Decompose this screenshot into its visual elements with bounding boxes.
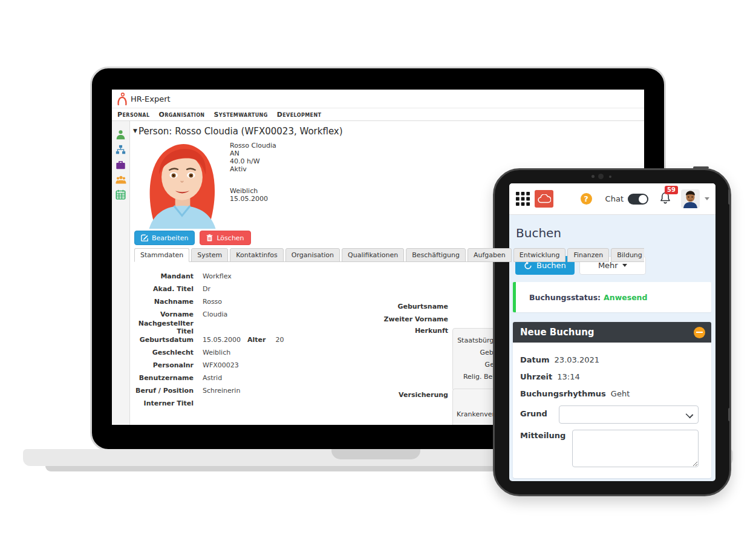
stammdaten-form-left: Mandant Workflex Akad. Titel Dr Nachname… [123, 270, 284, 410]
edit-button-label: Bearbeiten [152, 234, 188, 242]
row-datum: Datum 23.03.2021 [520, 355, 699, 364]
summary-name: Rosso Cloudia [230, 142, 276, 149]
calendar-icon[interactable] [116, 189, 126, 200]
org-chart-icon[interactable] [116, 145, 126, 155]
edit-pencil-icon [141, 234, 148, 241]
form-row-beruf-position: Beruf / Position Schreinerin [123, 384, 284, 397]
cloud-icon [538, 194, 551, 203]
form-row-interner-titel: Interner Titel [123, 397, 284, 410]
tablet-power-button [693, 166, 709, 169]
label-geburtsname: Geburtsname [342, 303, 448, 310]
notifications-button[interactable]: 59 [659, 191, 671, 207]
detail-tabs: Stammdaten System Kontaktinfos Organisat… [134, 248, 644, 262]
cloud-app-tile[interactable] [535, 190, 553, 208]
app-grid-icon[interactable] [515, 191, 530, 206]
trash-icon [206, 234, 213, 241]
app-header: HR-Expert [112, 90, 644, 108]
edit-button[interactable]: Bearbeiten [134, 231, 195, 245]
user-icon[interactable] [116, 130, 126, 140]
booking-history-icon [524, 261, 532, 270]
chat-label: Chat [605, 194, 624, 203]
row-grund: Grund [520, 405, 699, 424]
form-row-nachgestellter-titel: Nachgestellter Titel [123, 321, 284, 333]
form-row-benutzername: Benutzername Astrid [123, 372, 284, 384]
person-page-title[interactable]: ▼Person: Rosso Cloudia (WFX00023, Workfl… [133, 126, 343, 137]
form-row-geburtsdatum: Geburtsdatum 15.05.2000 Alter 20 [123, 333, 284, 346]
brand-name: HR-Expert [131, 94, 171, 103]
main-menu: Personal Organisation Systemwartung Deve… [112, 108, 644, 121]
panel-header: Neue Buchung [513, 322, 711, 343]
summary-birthdate: 15.05.2000 [230, 195, 276, 203]
panel-title: Neue Buchung [520, 327, 694, 338]
mobile-page-title: Buchen [516, 226, 561, 240]
tab-finanzen[interactable]: Finanzen [567, 248, 609, 262]
label-versicherung: Versicherung [342, 391, 448, 399]
tab-beschaeftigung[interactable]: Beschäftigung [406, 248, 466, 262]
collapse-minus-icon[interactable] [694, 327, 705, 338]
tab-entwicklung[interactable]: Entwicklung [513, 248, 566, 262]
tab-qualifikationen[interactable]: Qualifikationen [342, 248, 404, 262]
user-avatar[interactable] [681, 189, 700, 208]
person-summary: Rosso Cloudia AN 40.0 h/W Aktiv Weiblich… [230, 142, 276, 203]
mobile-header: ? Chat 59 [509, 183, 715, 215]
alter-label: Alter [247, 336, 266, 344]
row-mitteilung: Mitteilung [520, 430, 699, 467]
person-photo [142, 140, 223, 229]
tablet-mic-dot [609, 176, 611, 178]
caret-down-icon [622, 264, 627, 267]
tablet-sensor-dot [591, 175, 595, 178]
menu-organisation[interactable]: Organisation [158, 111, 204, 119]
mitteilung-label: Mitteilung [520, 430, 565, 440]
tab-system[interactable]: System [191, 248, 228, 262]
hr-expert-person-icon [117, 93, 128, 105]
users-group-icon[interactable] [116, 175, 126, 185]
toggle-knob [639, 195, 647, 203]
tablet-camera [598, 174, 604, 179]
page-title-text: Person: Rosso Cloudia (WFX00023, Workfle… [138, 126, 343, 137]
form-row-nachname: Nachname Rosso [123, 295, 284, 308]
form-row-geschlecht: Geschlecht Weiblich [123, 346, 284, 359]
grund-select-wrap [559, 405, 699, 424]
grund-label: Grund [520, 405, 547, 418]
tab-aufgaben[interactable]: Aufgaben [468, 248, 512, 262]
booking-status-card: Buchungsstatus: Anwesend [513, 282, 711, 312]
menu-development[interactable]: Development [277, 111, 322, 119]
tab-bildung[interactable]: Bildung [611, 248, 644, 262]
neue-buchung-panel: Neue Buchung Datum 23.03.2021 Uhrzeit 13… [513, 322, 711, 478]
tablet-volume-up-button [728, 189, 731, 205]
action-buttons: Bearbeiten Löschen [134, 231, 251, 245]
profile-caret-icon[interactable] [705, 197, 709, 200]
delete-button-label: Löschen [217, 234, 244, 242]
booking-status-value: Anwesend [604, 293, 647, 302]
tab-stammdaten[interactable]: Stammdaten [134, 248, 189, 262]
summary-type: AN [230, 149, 276, 157]
tablet-volume-down-button [728, 408, 731, 421]
tab-kontaktinfos[interactable]: Kontaktinfos [230, 248, 283, 262]
mitteilung-textarea[interactable] [572, 430, 699, 467]
summary-hours: 40.0 h/W [230, 157, 276, 165]
label-herkunft: Herkunft [342, 327, 448, 335]
chat-toggle[interactable] [628, 194, 648, 205]
form-row-personalnr: Personalnr WFX00023 [123, 359, 284, 372]
tab-organisation[interactable]: Organisation [285, 248, 340, 262]
collapse-caret-icon: ▼ [133, 128, 137, 134]
delete-button[interactable]: Löschen [200, 231, 250, 245]
alter-value: 20 [275, 336, 284, 344]
summary-gender: Weiblich [230, 187, 276, 195]
help-icon[interactable]: ? [581, 193, 592, 205]
mehr-button-label: Mehr [598, 261, 618, 270]
brand-logo[interactable]: HR-Expert [117, 93, 171, 105]
row-buchungsrhythmus: Buchungsrhythmus Geht [520, 389, 699, 398]
form-row-mandant: Mandant Workflex [123, 270, 284, 283]
tablet-screen: ? Chat 59 Buchen Buchen [509, 183, 715, 481]
menu-personal[interactable]: Personal [117, 111, 149, 119]
briefcase-icon[interactable] [116, 160, 126, 170]
booking-status-label: Buchungsstatus: [529, 293, 601, 302]
grund-select[interactable] [559, 405, 699, 424]
summary-status: Aktiv [230, 165, 276, 173]
row-uhrzeit: Uhrzeit 13:14 [520, 372, 699, 381]
notification-badge: 59 [665, 186, 678, 194]
menu-systemwartung[interactable]: Systemwartung [213, 111, 267, 119]
panel-body: Datum 23.03.2021 Uhrzeit 13:14 Buchungsr… [513, 343, 711, 478]
label-zweiter-vorname: Zweiter Vorname [342, 315, 448, 323]
